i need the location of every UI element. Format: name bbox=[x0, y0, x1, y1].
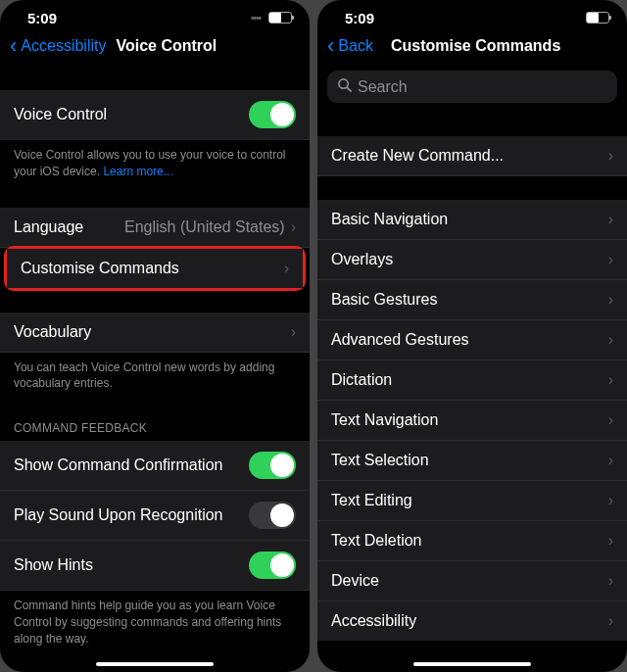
back-button[interactable]: Accessibility bbox=[21, 37, 106, 55]
page-title: Voice Control bbox=[116, 37, 217, 55]
row-label: Text Selection bbox=[331, 452, 608, 469]
battery-icon bbox=[586, 12, 609, 24]
category-row[interactable]: Text Editing› bbox=[317, 481, 627, 521]
categories-list: Basic Navigation›Overlays›Basic Gestures… bbox=[317, 200, 627, 641]
row-label: Text Deletion bbox=[331, 532, 608, 550]
row-label: Customise Commands bbox=[21, 260, 284, 277]
chevron-right-icon: › bbox=[608, 147, 613, 165]
voice-control-toggle-row[interactable]: Voice Control bbox=[0, 90, 310, 140]
row-label: Show Command Confirmation bbox=[14, 456, 249, 474]
phone-left: 5:09 •••• ‹ Accessibility Voice Control … bbox=[0, 0, 310, 672]
sound-row[interactable]: Play Sound Upon Recognition bbox=[0, 491, 310, 541]
category-row[interactable]: Text Deletion› bbox=[317, 521, 627, 561]
chevron-right-icon: › bbox=[608, 492, 613, 509]
language-row[interactable]: Language English (United States) › bbox=[0, 208, 310, 248]
row-label: Overlays bbox=[331, 251, 608, 268]
chevron-right-icon: › bbox=[291, 218, 296, 236]
status-right: •••• bbox=[251, 12, 292, 24]
status-bar: 5:09 •••• bbox=[0, 0, 310, 29]
create-command-row[interactable]: Create New Command... › bbox=[317, 136, 627, 176]
row-label: Basic Navigation bbox=[331, 211, 608, 228]
nav-bar: ‹ Back Customise Commands bbox=[317, 29, 627, 67]
voice-control-desc: Voice Control allows you to use your voi… bbox=[0, 140, 310, 194]
customise-commands-row[interactable]: Customise Commands › bbox=[7, 249, 303, 288]
row-label: Device bbox=[331, 572, 608, 590]
confirmation-row[interactable]: Show Command Confirmation bbox=[0, 441, 310, 491]
voice-control-toggle[interactable] bbox=[249, 101, 296, 128]
vocabulary-desc: You can teach Voice Control new words by… bbox=[0, 353, 310, 407]
status-right bbox=[586, 12, 609, 24]
chevron-right-icon: › bbox=[608, 411, 613, 429]
vocabulary-row[interactable]: Vocabulary › bbox=[0, 312, 310, 353]
battery-icon bbox=[268, 12, 292, 24]
home-indicator[interactable] bbox=[413, 662, 531, 666]
row-label: Accessibility bbox=[331, 612, 608, 630]
row-label: Language bbox=[14, 218, 124, 236]
category-row[interactable]: Text Navigation› bbox=[317, 401, 627, 441]
row-label: Create New Command... bbox=[331, 147, 608, 165]
category-row[interactable]: Device› bbox=[317, 561, 627, 601]
category-row[interactable]: Basic Navigation› bbox=[317, 200, 627, 240]
chevron-right-icon: › bbox=[608, 572, 613, 590]
language-value: English (United States) bbox=[124, 218, 285, 236]
hints-row[interactable]: Show Hints bbox=[0, 541, 310, 591]
chevron-right-icon: › bbox=[291, 323, 296, 341]
chevron-right-icon: › bbox=[608, 331, 613, 349]
category-row[interactable]: Text Selection› bbox=[317, 441, 627, 481]
phone-right: 5:09 ‹ Back Customise Commands Create Ne… bbox=[317, 0, 627, 672]
confirmation-toggle[interactable] bbox=[249, 452, 296, 479]
chevron-right-icon: › bbox=[608, 211, 613, 228]
row-label: Show Hints bbox=[14, 556, 249, 574]
chevron-right-icon: › bbox=[608, 371, 613, 389]
category-row[interactable]: Overlays› bbox=[317, 240, 627, 280]
row-label: Advanced Gestures bbox=[331, 331, 608, 349]
back-chevron-icon[interactable]: ‹ bbox=[327, 35, 334, 57]
chevron-right-icon: › bbox=[608, 251, 613, 268]
row-label: Play Sound Upon Recognition bbox=[14, 506, 249, 524]
back-button[interactable]: Back bbox=[338, 37, 373, 55]
page-title: Customise Commands bbox=[383, 37, 617, 55]
customise-highlight: Customise Commands › bbox=[4, 246, 306, 291]
row-label: Text Editing bbox=[331, 492, 608, 509]
svg-line-1 bbox=[347, 87, 351, 91]
category-row[interactable]: Advanced Gestures› bbox=[317, 320, 627, 360]
content-scroll[interactable]: Voice Control Voice Control allows you t… bbox=[0, 67, 310, 672]
hints-desc: Command hints help guide you as you lear… bbox=[0, 591, 310, 660]
row-label: Basic Gestures bbox=[331, 291, 608, 309]
search-icon bbox=[337, 77, 352, 96]
category-row[interactable]: Dictation› bbox=[317, 360, 627, 401]
nav-bar: ‹ Accessibility Voice Control bbox=[0, 29, 310, 67]
search-input[interactable] bbox=[358, 78, 607, 96]
category-row[interactable]: Accessibility› bbox=[317, 601, 627, 641]
status-bar: 5:09 bbox=[317, 0, 627, 29]
chevron-right-icon: › bbox=[608, 612, 613, 630]
back-chevron-icon[interactable]: ‹ bbox=[10, 35, 17, 57]
sound-toggle[interactable] bbox=[249, 502, 296, 529]
learn-more-link[interactable]: Learn more... bbox=[103, 165, 172, 178]
chevron-right-icon: › bbox=[608, 532, 613, 550]
hints-toggle[interactable] bbox=[249, 552, 296, 579]
content-scroll[interactable]: Create New Command... › Basic Navigation… bbox=[317, 113, 627, 672]
row-label: Voice Control bbox=[14, 106, 249, 123]
row-label: Text Navigation bbox=[331, 411, 608, 429]
chevron-right-icon: › bbox=[284, 260, 289, 277]
feedback-header: COMMAND FEEDBACK bbox=[0, 406, 310, 441]
chevron-right-icon: › bbox=[608, 291, 613, 309]
category-row[interactable]: Basic Gestures› bbox=[317, 280, 627, 320]
signal-dots: •••• bbox=[251, 13, 261, 24]
home-indicator[interactable] bbox=[96, 662, 214, 666]
status-time: 5:09 bbox=[27, 10, 57, 26]
status-time: 5:09 bbox=[345, 10, 374, 26]
row-label: Dictation bbox=[331, 371, 608, 389]
search-bar[interactable] bbox=[327, 71, 617, 103]
row-label: Vocabulary bbox=[14, 323, 291, 341]
chevron-right-icon: › bbox=[608, 452, 613, 469]
